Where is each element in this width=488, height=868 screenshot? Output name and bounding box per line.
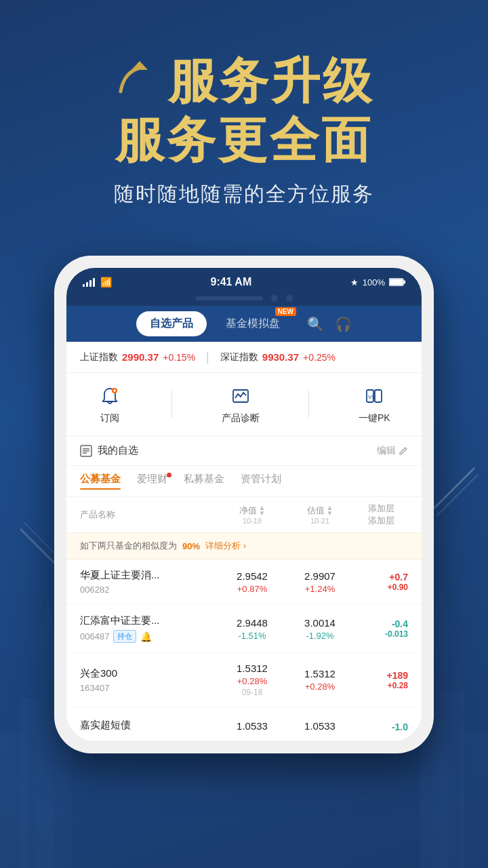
fund-info-1: 汇添富中证主要... 006487 持仓 🔔 [80,614,218,643]
fund-code-0: 006282 [80,585,109,595]
nav-sort-arrows[interactable]: ▲ ▼ [259,505,266,516]
fund-add-3: -1.0 [354,722,408,732]
bell-icon-1[interactable]: 🔔 [140,631,152,642]
app-nav: 自选产品 基金模拟盘 NEW 🔍 🎧 [66,306,422,342]
svg-rect-17 [390,279,403,285]
fund-code-1: 006487 [80,631,109,642]
add-main-2: +189 [354,670,408,681]
fund-row-3[interactable]: 嘉实超短债 1.0533 1.0533 -1.0 [66,707,422,741]
fund-nav-2: 1.5312 +0.28% 09-18 [218,663,286,697]
est-change-0: +1.24% [286,584,354,594]
signal-area: 📶 [83,277,112,288]
add-sub-1: -0.013 [354,629,408,639]
svg-rect-23 [375,390,382,402]
fund-add-2: +189 +0.28 [354,670,408,690]
svg-marker-14 [131,61,148,70]
est-sort-arrows[interactable]: ▲ ▼ [327,505,333,516]
nav-change-2: +0.28% [218,676,286,686]
market-strip: 上证指数 2990.37 +0.15% | 深证指数 9930.37 +0.25… [66,342,422,373]
fund-nav-3: 1.0533 [218,720,286,734]
cat-tab-wealth[interactable]: 爱理财 [137,473,167,490]
fund-code-row-1: 006487 持仓 🔔 [80,630,218,643]
search-icon[interactable]: 🔍 [307,316,324,332]
arrow-upgrade-icon [114,58,161,98]
cat-tab-private-fund[interactable]: 私募基金 [184,473,224,490]
svg-text:VS: VS [368,394,375,400]
similarity-link[interactable]: 详细分析 › [205,540,246,552]
est-value-0: 2.9907 [286,570,354,582]
fund-nav-0: 2.9542 +0.87% [218,570,286,594]
hero-title-line1: 服务升级 [168,54,374,108]
fund-row-0[interactable]: 华夏上证主要消... 006282 2.9542 +0.87% 2.9907 +… [66,559,422,605]
similarity-banner: 如下两只基金的相似度为 90% 详细分析 › [66,533,422,559]
similarity-text-prefix: 如下两只基金的相似度为 [80,540,177,552]
similarity-pct: 90% [182,541,200,551]
hero-desc: 随时随地随需的全方位服务 [114,180,374,208]
fund-name-1: 汇添富中证主要... [80,614,218,627]
new-badge: NEW [275,307,296,316]
nav-change-1: -1.51% [218,631,286,641]
status-time: 9:41 AM [210,276,251,288]
signal-bars-icon [83,277,95,287]
status-bar: 📶 9:41 AM ★ 100% [66,268,422,295]
wifi-icon: 📶 [100,277,112,288]
watchlist-icon [80,445,92,457]
category-tabs: 公募基金 爱理财 私募基金 资管计划 [66,466,422,497]
pk-action[interactable]: VS 一键PK [359,384,390,425]
hero-section: 服务升级 服务更全面 随时随地随需的全方位服务 [114,54,374,242]
shanghai-market: 上证指数 2990.37 +0.15% [80,351,195,363]
nav-change-0: +0.87% [218,584,286,594]
fund-date-2: 09-18 [218,688,286,697]
diagnose-label: 产品诊断 [222,412,260,425]
th-add: 添加层 添加层 [354,502,408,527]
shanghai-value: 2990.37 [122,351,159,363]
fund-code-row-0: 006282 [80,585,218,595]
th-est: 估值 ▲ ▼ 10-21 [286,505,354,525]
cat-tab-asset-mgmt[interactable]: 资管计划 [241,473,281,490]
diagnose-action[interactable]: 产品诊断 [222,384,260,425]
divider2 [308,391,309,418]
fund-code-row-2: 163407 [80,683,218,693]
fund-est-3: 1.0533 [286,720,354,734]
speaker-grille [195,296,263,300]
wealth-badge [167,473,171,477]
nav-icons: 🔍 🎧 [307,316,352,332]
est-value-1: 3.0014 [286,617,354,629]
subscribe-label: 订阅 [100,412,119,425]
tab-self-select[interactable]: 自选产品 [136,311,207,336]
watchlist-edit-btn[interactable]: 编辑 [377,445,408,457]
shenzhen-value: 9930.37 [262,351,299,363]
fund-row-1[interactable]: 汇添富中证主要... 006487 持仓 🔔 2.9448 -1.51% 3.0… [66,605,422,653]
diagnose-icon [228,384,253,408]
add-main-3: -1.0 [354,722,408,732]
add-main-1: -0.4 [354,618,408,629]
est-value-2: 1.5312 [286,668,354,679]
edit-icon [399,446,408,456]
nav-value-2: 1.5312 [218,663,286,674]
fund-add-1: -0.4 -0.013 [354,618,408,639]
fund-name-3: 嘉实超短债 [80,719,218,732]
headset-icon[interactable]: 🎧 [335,316,352,332]
status-right: ★ 100% [350,277,405,288]
subscribe-icon [98,384,122,408]
fund-row-2[interactable]: 兴全300 163407 1.5312 +0.28% 09-18 1.5312 … [66,653,422,707]
bluetooth-icon: ★ [350,277,359,288]
battery-icon [389,278,405,286]
nav-value-0: 2.9542 [218,570,286,582]
subscribe-action[interactable]: 订阅 [98,384,122,425]
divider1 [171,391,172,418]
shenzhen-label: 深证指数 [220,351,258,363]
table-header: 产品名称 净值 ▲ ▼ 10-18 估值 [66,497,422,533]
est-value-3: 1.0533 [286,720,354,732]
add-main-0: +0.7 [354,572,408,583]
tab-fund-sim[interactable]: 基金模拟盘 NEW [212,311,293,336]
shanghai-change: +0.15% [163,352,195,363]
th-nav: 净值 ▲ ▼ 10-18 [218,505,286,525]
cat-tab-public-fund[interactable]: 公募基金 [80,473,121,490]
est-change-2: +0.28% [286,682,354,692]
fund-nav-1: 2.9448 -1.51% [218,617,286,641]
hero-title-line2: 服务更全面 [114,113,374,167]
shenzhen-change: +0.25% [303,352,336,363]
watchlist-title: 我的自选 [80,444,138,457]
add-sub-2: +0.28 [354,681,408,690]
